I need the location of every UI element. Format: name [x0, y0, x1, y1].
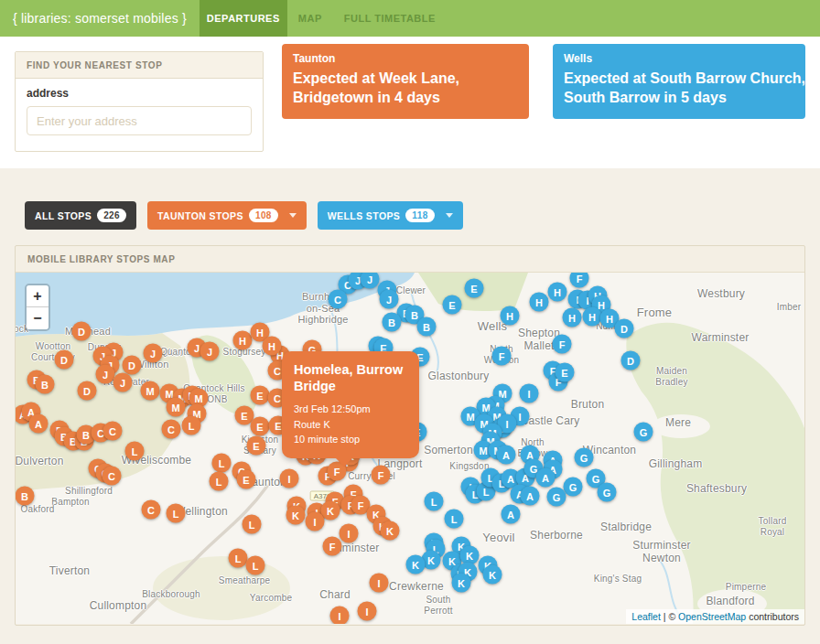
map-place-label: Pimperne	[726, 582, 766, 593]
stop-marker-wells[interactable]: C	[329, 290, 348, 309]
stop-marker-wells[interactable]: A	[536, 468, 556, 488]
address-label: address	[27, 87, 252, 100]
stop-marker-taunton[interactable]: L	[167, 504, 186, 523]
stop-marker-wells[interactable]: B	[383, 313, 402, 332]
stop-marker-wells[interactable]: F	[553, 335, 572, 354]
stop-marker-wells[interactable]: B	[417, 317, 437, 337]
stop-marker-taunton[interactable]: E	[237, 470, 256, 489]
stop-marker-taunton[interactable]: H	[233, 331, 253, 350]
stop-marker-taunton[interactable]: I	[330, 606, 350, 625]
map-canvas[interactable]: ockMineheadWootton CourtenayDunsterWatch…	[16, 273, 804, 624]
stop-marker-wells[interactable]: K	[483, 565, 502, 585]
zoom-out-button[interactable]: −	[27, 307, 49, 329]
filter-all-stops-button[interactable]: ALL STOPS 226	[25, 201, 136, 230]
stop-marker-wells[interactable]: H	[563, 308, 582, 327]
stop-marker-taunton[interactable]: J	[200, 342, 220, 361]
stop-marker-wells[interactable]: G	[634, 423, 653, 442]
tab-departures[interactable]: DEPARTURES	[200, 0, 287, 37]
stop-marker-wells[interactable]: H	[501, 306, 520, 326]
stop-marker-wells[interactable]: E	[443, 295, 462, 315]
stop-marker-wells[interactable]: I	[520, 384, 539, 403]
stop-marker-taunton[interactable]: D	[78, 381, 97, 401]
map-place-label: Tiverton	[49, 565, 91, 578]
stop-marker-taunton[interactable]: L	[182, 416, 201, 435]
stop-marker-taunton[interactable]: I	[340, 524, 359, 543]
stop-marker-taunton[interactable]: J	[96, 365, 115, 384]
stop-marker-wells[interactable]: D	[615, 319, 634, 338]
stop-marker-taunton[interactable]: C	[103, 422, 123, 441]
filter-taunton-stops-button[interactable]: TAUNTON STOPS 108	[147, 201, 307, 230]
stop-marker-wells[interactable]: G	[575, 448, 594, 467]
stop-marker-taunton[interactable]: B	[16, 487, 35, 506]
stop-marker-taunton[interactable]: H	[263, 337, 282, 356]
stop-marker-taunton[interactable]: F	[323, 537, 342, 556]
stop-marker-wells[interactable]: F	[492, 347, 512, 366]
stop-marker-taunton[interactable]: M	[167, 398, 186, 417]
stop-marker-taunton[interactable]: L	[125, 442, 145, 461]
stop-marker-taunton[interactable]: L	[229, 549, 248, 568]
openstreetmap-link[interactable]: OpenStreetMap	[678, 611, 746, 622]
departure-card-taunton: Taunton Expected at Week Lane, Bridgetow…	[282, 44, 529, 119]
stop-marker-wells[interactable]: H	[530, 293, 549, 312]
stop-marker-wells[interactable]: A	[521, 487, 540, 506]
map-place-label: Gillingham	[649, 458, 703, 471]
map-place-label: Sturminster Newton	[632, 540, 691, 565]
stop-marker-wells[interactable]: L	[425, 492, 444, 511]
leaflet-link[interactable]: Leaflet	[631, 611, 661, 622]
address-input[interactable]	[27, 106, 252, 135]
stop-marker-wells[interactable]: J	[380, 290, 399, 309]
stop-marker-taunton[interactable]: L	[246, 556, 265, 575]
stop-marker-wells[interactable]: E	[556, 363, 575, 382]
stop-marker-taunton[interactable]: B	[36, 375, 55, 394]
stop-marker-wells[interactable]: G	[598, 483, 617, 502]
stop-marker-taunton[interactable]: I	[370, 574, 389, 593]
map-place-label: Maiden Bradley	[655, 366, 687, 387]
stop-marker-wells[interactable]: H	[583, 307, 602, 327]
stop-marker-wells[interactable]: K	[452, 574, 471, 593]
stop-marker-taunton[interactable]: J	[144, 344, 163, 363]
departure-route-name: Taunton	[293, 52, 518, 65]
stop-marker-taunton[interactable]: L	[243, 515, 262, 534]
stop-marker-taunton[interactable]: A	[29, 414, 49, 434]
zoom-in-button[interactable]: +	[27, 285, 49, 307]
stop-marker-taunton[interactable]: C	[102, 467, 122, 486]
map-place-label: King's Stag	[594, 574, 642, 585]
stop-marker-taunton[interactable]: C	[162, 420, 181, 439]
stop-marker-taunton[interactable]: F	[372, 466, 391, 485]
tab-map[interactable]: MAP	[287, 0, 333, 37]
stop-marker-wells[interactable]: G	[564, 478, 583, 497]
stop-marker-taunton[interactable]: I	[280, 469, 299, 488]
stop-marker-taunton[interactable]: K	[381, 521, 400, 541]
tab-full-timetable[interactable]: FULL TIMETABLE	[333, 0, 447, 37]
stop-marker-taunton[interactable]: L	[210, 472, 229, 491]
stop-marker-taunton[interactable]: E	[251, 386, 270, 405]
filter-wells-stops-button[interactable]: WELLS STOPS 118	[318, 201, 463, 230]
nearest-stop-panel-title: FIND YOUR NEAREST STOP	[16, 52, 263, 79]
stop-marker-taunton[interactable]: I	[358, 602, 377, 621]
departure-text-line2: South Barrow in 5 days	[564, 88, 794, 107]
map-place-label: Bruton	[571, 399, 605, 412]
stop-marker-wells[interactable]: A	[497, 445, 516, 465]
stop-marker-taunton[interactable]: K	[286, 506, 306, 525]
stop-marker-taunton[interactable]: D	[72, 322, 92, 341]
stop-marker-wells[interactable]: G	[547, 488, 566, 507]
stop-marker-taunton[interactable]: I	[306, 512, 325, 531]
stop-marker-taunton[interactable]: C	[142, 500, 161, 520]
chevron-down-icon	[289, 213, 297, 218]
stop-marker-taunton[interactable]: M	[141, 381, 160, 401]
map-attribution: Leaflet | © OpenStreetMap contributors	[626, 609, 804, 624]
stop-marker-taunton[interactable]: E	[251, 417, 270, 436]
site-title: { libraries: somerset mobiles }	[0, 0, 200, 37]
stop-marker-wells[interactable]: A	[502, 505, 521, 524]
stop-marker-taunton[interactable]: L	[212, 454, 232, 473]
stop-marker-wells[interactable]: K	[406, 555, 426, 574]
stop-marker-taunton[interactable]: J	[113, 373, 133, 392]
stop-popup[interactable]: Homelea, Burrow Bridge 3rd Feb 12:50pm R…	[282, 351, 419, 458]
stop-marker-wells[interactable]: D	[621, 351, 641, 370]
stop-marker-taunton[interactable]: D	[123, 356, 142, 375]
stop-marker-wells[interactable]: L	[445, 510, 464, 529]
stop-marker-taunton[interactable]: E	[247, 436, 266, 456]
stop-marker-taunton[interactable]: D	[55, 350, 74, 370]
stop-marker-wells[interactable]: H	[548, 283, 567, 302]
stop-marker-wells[interactable]: E	[465, 279, 484, 298]
